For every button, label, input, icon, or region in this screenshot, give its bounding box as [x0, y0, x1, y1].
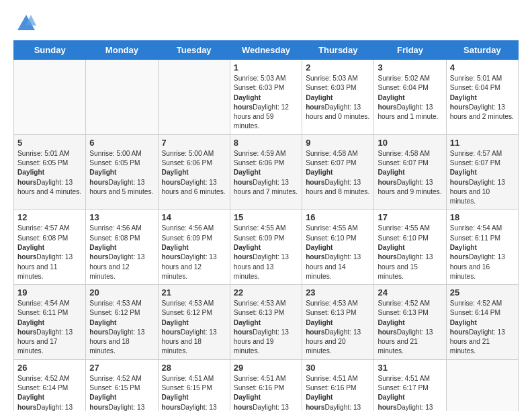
calendar-cell: 19Sunrise: 4:54 AMSunset: 6:11 PMDayligh… [14, 285, 86, 360]
cell-content: Sunrise: 4:55 AMSunset: 6:10 PMDaylight … [306, 224, 370, 281]
day-number: 28 [162, 363, 226, 373]
calendar-week-row: 12Sunrise: 4:57 AMSunset: 6:08 PMDayligh… [14, 210, 519, 285]
cell-content: Sunrise: 4:52 AMSunset: 6:14 PMDaylight … [450, 299, 515, 357]
day-number: 13 [89, 212, 154, 222]
day-number: 21 [162, 287, 226, 298]
day-number: 16 [306, 212, 370, 222]
day-number: 15 [234, 212, 298, 222]
calendar-cell: 24Sunrise: 4:52 AMSunset: 6:13 PMDayligh… [374, 285, 446, 360]
day-number: 3 [378, 62, 442, 73]
day-number: 19 [17, 287, 82, 298]
day-number: 27 [89, 363, 154, 373]
calendar-cell [86, 60, 158, 135]
cell-content: Sunrise: 4:54 AMSunset: 6:11 PMDaylight … [17, 299, 82, 357]
cell-content: Sunrise: 4:53 AMSunset: 6:12 PMDaylight … [162, 299, 226, 357]
cell-content: Sunrise: 4:57 AMSunset: 6:08 PMDaylight … [17, 224, 82, 281]
cell-content: Sunrise: 4:52 AMSunset: 6:13 PMDaylight … [378, 299, 442, 357]
logo [13, 13, 36, 34]
calendar-week-row: 19Sunrise: 4:54 AMSunset: 6:11 PMDayligh… [14, 285, 519, 360]
cell-content: Sunrise: 5:03 AMSunset: 6:03 PMDaylight … [306, 74, 370, 122]
day-number: 10 [378, 138, 442, 148]
day-number: 23 [306, 287, 370, 298]
cell-content: Sunrise: 4:55 AMSunset: 6:10 PMDaylight … [378, 224, 442, 281]
header-tuesday: Tuesday [158, 41, 230, 60]
day-number: 12 [17, 212, 82, 222]
calendar-cell: 1Sunrise: 5:03 AMSunset: 6:03 PMDaylight… [230, 60, 302, 135]
day-number: 31 [378, 363, 442, 373]
calendar-cell: 3Sunrise: 5:02 AMSunset: 6:04 PMDaylight… [374, 60, 446, 135]
cell-content: Sunrise: 4:58 AMSunset: 6:07 PMDaylight … [378, 149, 442, 197]
day-number: 2 [306, 62, 370, 73]
day-number: 26 [17, 363, 82, 373]
calendar-cell: 31Sunrise: 4:51 AMSunset: 6:17 PMDayligh… [374, 359, 446, 411]
day-number: 24 [378, 287, 442, 298]
cell-content: Sunrise: 4:58 AMSunset: 6:07 PMDaylight … [306, 149, 370, 197]
cell-content: Sunrise: 5:02 AMSunset: 6:04 PMDaylight … [378, 74, 442, 122]
calendar-cell: 12Sunrise: 4:57 AMSunset: 6:08 PMDayligh… [14, 210, 86, 285]
header-friday: Friday [374, 41, 446, 60]
calendar-cell: 26Sunrise: 4:52 AMSunset: 6:14 PMDayligh… [14, 359, 86, 411]
header-wednesday: Wednesday [230, 41, 302, 60]
day-number: 14 [162, 212, 226, 222]
calendar-cell: 21Sunrise: 4:53 AMSunset: 6:12 PMDayligh… [158, 285, 230, 360]
day-number: 5 [17, 138, 82, 148]
cell-content: Sunrise: 4:51 AMSunset: 6:16 PMDaylight … [306, 374, 370, 411]
calendar-cell: 23Sunrise: 4:53 AMSunset: 6:13 PMDayligh… [302, 285, 374, 360]
calendar-header-row: SundayMondayTuesdayWednesdayThursdayFrid… [14, 41, 519, 60]
day-number: 8 [234, 138, 298, 148]
cell-content: Sunrise: 5:01 AMSunset: 6:04 PMDaylight … [450, 74, 515, 122]
cell-content: Sunrise: 4:55 AMSunset: 6:09 PMDaylight … [234, 224, 298, 281]
calendar-cell: 9Sunrise: 4:58 AMSunset: 6:07 PMDaylight… [302, 134, 374, 210]
calendar-cell [446, 359, 518, 411]
calendar-cell: 15Sunrise: 4:55 AMSunset: 6:09 PMDayligh… [230, 210, 302, 285]
calendar-cell: 25Sunrise: 4:52 AMSunset: 6:14 PMDayligh… [446, 285, 518, 360]
calendar-cell: 28Sunrise: 4:51 AMSunset: 6:15 PMDayligh… [158, 359, 230, 411]
cell-content: Sunrise: 4:51 AMSunset: 6:16 PMDaylight … [234, 374, 298, 411]
calendar-cell: 20Sunrise: 4:53 AMSunset: 6:12 PMDayligh… [86, 285, 158, 360]
cell-content: Sunrise: 4:52 AMSunset: 6:15 PMDaylight … [89, 374, 154, 411]
calendar-cell: 16Sunrise: 4:55 AMSunset: 6:10 PMDayligh… [302, 210, 374, 285]
day-number: 17 [378, 212, 442, 222]
calendar-cell: 6Sunrise: 5:00 AMSunset: 6:05 PMDaylight… [86, 134, 158, 210]
day-number: 4 [450, 62, 515, 73]
logo-icon [16, 13, 36, 34]
cell-content: Sunrise: 5:00 AMSunset: 6:05 PMDaylight … [89, 149, 154, 197]
page-header [13, 13, 519, 34]
calendar-cell: 27Sunrise: 4:52 AMSunset: 6:15 PMDayligh… [86, 359, 158, 411]
calendar-cell: 18Sunrise: 4:54 AMSunset: 6:11 PMDayligh… [446, 210, 518, 285]
calendar-cell: 5Sunrise: 5:01 AMSunset: 6:05 PMDaylight… [14, 134, 86, 210]
day-number: 25 [450, 287, 515, 298]
cell-content: Sunrise: 4:51 AMSunset: 6:15 PMDaylight … [162, 374, 226, 411]
header-thursday: Thursday [302, 41, 374, 60]
day-number: 20 [89, 287, 154, 298]
day-number: 29 [234, 363, 298, 373]
cell-content: Sunrise: 4:52 AMSunset: 6:14 PMDaylight … [17, 374, 82, 411]
day-number: 1 [234, 62, 298, 73]
day-number: 22 [234, 287, 298, 298]
calendar-week-row: 26Sunrise: 4:52 AMSunset: 6:14 PMDayligh… [14, 359, 519, 411]
cell-content: Sunrise: 5:01 AMSunset: 6:05 PMDaylight … [17, 149, 82, 197]
calendar-week-row: 1Sunrise: 5:03 AMSunset: 6:03 PMDaylight… [14, 60, 519, 135]
calendar-cell: 30Sunrise: 4:51 AMSunset: 6:16 PMDayligh… [302, 359, 374, 411]
cell-content: Sunrise: 4:53 AMSunset: 6:12 PMDaylight … [89, 299, 154, 357]
day-number: 11 [450, 138, 515, 148]
day-number: 30 [306, 363, 370, 373]
calendar-table: SundayMondayTuesdayWednesdayThursdayFrid… [13, 40, 519, 411]
calendar-cell: 29Sunrise: 4:51 AMSunset: 6:16 PMDayligh… [230, 359, 302, 411]
calendar-cell [158, 60, 230, 135]
calendar-cell: 10Sunrise: 4:58 AMSunset: 6:07 PMDayligh… [374, 134, 446, 210]
cell-content: Sunrise: 4:59 AMSunset: 6:06 PMDaylight … [234, 149, 298, 197]
cell-content: Sunrise: 4:56 AMSunset: 6:09 PMDaylight … [162, 224, 226, 281]
header-monday: Monday [86, 41, 158, 60]
cell-content: Sunrise: 4:57 AMSunset: 6:07 PMDaylight … [450, 149, 515, 207]
calendar-cell: 13Sunrise: 4:56 AMSunset: 6:08 PMDayligh… [86, 210, 158, 285]
day-number: 7 [162, 138, 226, 148]
cell-content: Sunrise: 4:51 AMSunset: 6:17 PMDaylight … [378, 374, 442, 411]
header-sunday: Sunday [14, 41, 86, 60]
calendar-cell: 8Sunrise: 4:59 AMSunset: 6:06 PMDaylight… [230, 134, 302, 210]
calendar-cell: 22Sunrise: 4:53 AMSunset: 6:13 PMDayligh… [230, 285, 302, 360]
day-number: 9 [306, 138, 370, 148]
day-number: 18 [450, 212, 515, 222]
calendar-cell: 2Sunrise: 5:03 AMSunset: 6:03 PMDaylight… [302, 60, 374, 135]
cell-content: Sunrise: 5:03 AMSunset: 6:03 PMDaylight … [234, 74, 298, 132]
